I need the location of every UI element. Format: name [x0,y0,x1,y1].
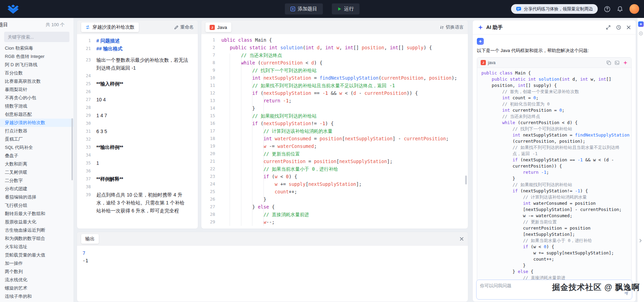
java-icon: J [210,25,215,30]
sidebar-item[interactable]: 货船载货量的最大值 [0,251,74,259]
ai-close-button[interactable] [626,25,631,30]
strip-tool-icon[interactable] [638,31,643,36]
sidebar-item[interactable]: 加一操作 [0,259,74,268]
juejin-logo[interactable] [8,4,19,14]
code-editor[interactable]: 1ublic class Main {2 public static int s… [201,34,468,229]
play-icon [337,7,342,11]
strip-ai-icon[interactable] [638,21,644,27]
ai-code-line: // 更新当前位置 [481,219,627,225]
editor-code-line: 8 while (currentPosition < d) { [205,59,468,67]
sidebar-item[interactable]: 两个数列 [0,268,74,276]
sidebar-item[interactable]: 蛋糕工厂 [0,135,74,143]
sidebar-item[interactable]: 不再贪心的小包 [0,94,74,102]
output-panel-header: 输出 [77,232,468,246]
sidebar-item[interactable]: 番茄编辑的选择 [0,193,74,201]
problem-list: Cion 勒索病毒RGB 色值转 Integer阿 D 的飞行路线百分位数比赛最… [0,44,74,302]
editor-code-line: 11 // 如果找不到可到达的补给站且当前水量不足以到达终点，返回 -1 [205,82,468,89]
ai-code-line: // 找到下一个可到达的补给站 [481,126,627,132]
ai-conversation: 以下是一个 Java 代码框架和提示，帮助您解决这个问题: J java [473,34,636,280]
sidebar-item[interactable]: 二分数字 [0,177,74,185]
switch-language-button[interactable]: 切换语言 [440,24,464,30]
user-avatar[interactable] [629,4,639,14]
add-problem-label: 添加题目 [298,6,317,12]
run-button[interactable]: 运行 [332,3,359,14]
ai-code-line: w -= waterConsumed; [481,213,627,219]
ai-intro-text: 以下是一个 Java 代码框架和提示，帮助您解决这个问题: [477,47,632,54]
problem-line: 21## 输出格式 [80,45,196,53]
editor-code-line: 27 } else { [205,203,468,211]
ai-code-line: count++; [481,256,627,262]
sidebar-item[interactable]: 猜数字游戏 [0,102,74,110]
copy-icon [606,60,611,65]
insert-code-button[interactable] [615,60,619,65]
sparkle-icon [478,24,483,30]
code-editor-panel: J Java 切换语言 1ublic class Main {2 public … [201,20,468,229]
editor-scrollbar[interactable] [465,175,467,184]
problem-line: 26 [80,88,196,96]
editor-code-line: 12 if (nextSupplyStation == -1 && w < (d… [205,89,468,97]
sidebar-item[interactable]: 分布式团建 [0,185,74,193]
ai-question-input[interactable] [477,280,632,299]
sidebar-item[interactable]: 股票收益最大化 [0,218,74,226]
sidebar-item[interactable]: 阿 D 的飞行路线 [0,61,74,69]
ai-avatar-icon [477,38,484,45]
bell-icon [617,6,623,12]
problem-line: 1# 问题描述 [80,37,196,45]
sidebar-item[interactable]: RGB 色值转 Integer [0,52,74,61]
search-input[interactable] [4,32,69,42]
editor-code-lines: 1ublic class Main {2 public static int s… [205,36,468,226]
ai-code-line: position, int[] supply) { [481,82,627,89]
problem-line: 37**样例解释** [80,175,196,183]
sidebar-scrollbar[interactable] [71,118,73,180]
share-banner-button[interactable]: 分享代码练习体验，领限量定制周边 [511,4,598,14]
editor-code-line: 23 if (w < 0) { [205,173,468,180]
sidebar-item[interactable]: 火车站选址 [0,243,74,251]
editor-code-line: 17 // 计算到达该补给站消耗的水量 [205,127,468,135]
problem-sidebar: 题目 共 100 个 Cion 勒索病毒RGB 色值转 Integer阿 D 的… [0,18,74,302]
ai-code-line: currentPosition = position [481,225,627,231]
copy-code-button[interactable] [606,60,611,65]
switch-language-icon [440,25,444,30]
rename-button[interactable]: 重命名 [174,24,194,30]
language-tab[interactable]: J Java [205,22,231,32]
send-button[interactable] [623,290,629,298]
output-tab[interactable]: 输出 [81,234,99,244]
problem-tab[interactable]: 穿越沙漠的补给次数 [81,22,139,32]
sidebar-item[interactable]: 逆序对的数量 [0,301,74,302]
sidebar-item[interactable]: 百分位数 [0,69,74,77]
panel-collapse-handle[interactable] [639,239,642,244]
sidebar-item[interactable]: 暴雨梨花针 [0,85,74,94]
editor-code-line: 28 // 直接消耗水量前进 [205,211,468,218]
sidebar-item[interactable]: 大数和距离 [0,160,74,168]
notifications-button[interactable] [617,6,623,12]
editor-code-line: 16 if (nextSupplyStation!= -1) { [205,120,468,127]
sidebar-item[interactable]: 飞行棋分组 [0,201,74,210]
sidebar-item[interactable]: 叠盘子 [0,152,74,160]
right-toolbar-strip [637,18,644,302]
sidebar-item[interactable]: 和为偶数的数字组合 [0,234,74,243]
close-icon [626,25,631,30]
ai-history-button[interactable] [616,25,621,30]
language-tab-label: Java [217,25,227,30]
sidebar-item[interactable]: 流水线优化 [0,276,74,284]
add-problem-button[interactable]: 添加题目 [285,3,323,14]
sidebar-item[interactable]: 比赛最高获胜次数 [0,77,74,85]
sidebar-item[interactable]: SQL 代码补全 [0,143,74,152]
sidebar-item[interactable]: 打点计数器 [0,127,74,135]
sidebar-item[interactable]: 二叉树供暖 [0,168,74,177]
editor-code-line: 24 w += supply[nextSupplyStation]; [205,180,468,188]
sidebar-item[interactable]: 螺旋的艺术 [0,284,74,292]
sidebar-item[interactable]: 穿越沙漠的补给次数 [0,119,74,127]
help-button[interactable] [604,6,611,12]
sidebar-item[interactable]: 古生物血缘远近判断 [0,226,74,234]
sidebar-item[interactable]: 创意标题匹配 [0,110,74,119]
ai-expand-button[interactable] [606,25,611,30]
output-close-button[interactable] [460,237,464,241]
problem-markdown-editor[interactable]: 1# 问题描述21## 输出格式23输出一个整数表示最少的补给次数，若无法到达终… [77,34,198,215]
sidebar-item[interactable]: 连续子串的和 [0,292,74,301]
editor-code-line: 10 int nextSupplyStation = findNextSuppl… [205,74,468,82]
ai-apply-button[interactable] [623,60,628,65]
rename-label: 重命名 [180,24,194,30]
sidebar-item[interactable]: Cion 勒索病毒 [0,44,74,52]
sidebar-item[interactable]: 翻转后最大子数组和 [0,210,74,218]
